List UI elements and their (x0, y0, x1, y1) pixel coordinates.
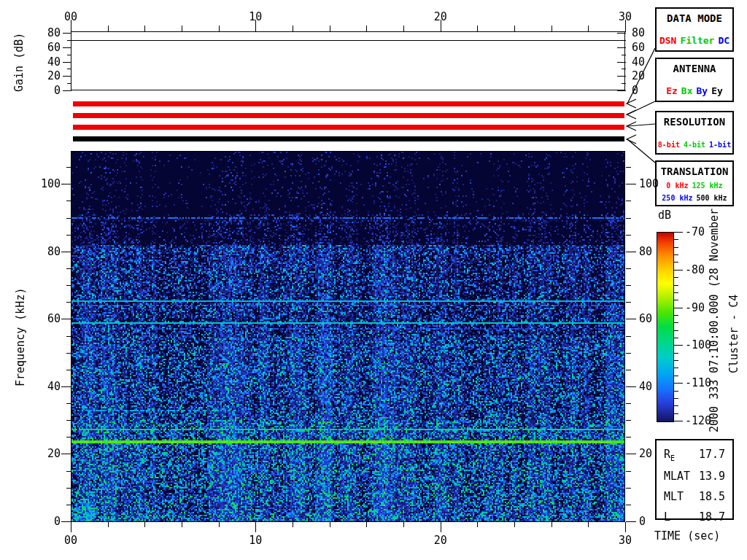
antenna-bar (73, 113, 624, 118)
option-125-khz: 125 kHz (692, 182, 722, 190)
colorbar-units-label: dB (653, 209, 676, 221)
top-time-tick-label: 00 (60, 11, 82, 23)
freq-tick-label-left: 80 (29, 246, 61, 257)
time-axis-label: TIME (sec) (654, 530, 720, 542)
frequency-axis-label: Frequency (kHz) (15, 288, 26, 386)
option-8-bit: 8-bit (658, 141, 680, 149)
gain-tick-label-left: 80 (33, 27, 61, 39)
option-bx: Bx (681, 85, 693, 96)
box-title: TRANSLATION (661, 166, 729, 177)
freq-tick-label-right: 0 (639, 516, 672, 527)
colorbar-tick-label: -90 (685, 302, 721, 314)
colorbar-tick-label: -100 (685, 339, 721, 351)
resolution-bar (73, 125, 624, 130)
freq-tick-label-left: 100 (29, 178, 61, 190)
option-dc: DC (718, 35, 729, 46)
ephemeris-row-mlt: MLT18.5 (664, 490, 725, 503)
box-title: RESOLUTION (664, 116, 725, 128)
translation-bar (73, 136, 624, 141)
option-500-khz: 500 kHz (697, 194, 727, 202)
colorbar-tick-label: -120 (685, 415, 721, 427)
freq-tick-label-right: 60 (639, 313, 672, 324)
option-4-bit: 4-bit (684, 141, 705, 149)
freq-tick-label-left: 20 (29, 448, 61, 459)
option-filter: Filter (680, 35, 714, 46)
freq-tick-label-right: 80 (639, 246, 672, 257)
ephemeris-row-mlat: MLAT13.9 (664, 470, 725, 483)
top-time-tick-label: 10 (244, 11, 266, 23)
option-dsn: DSN (659, 35, 676, 46)
antenna-box: ANTENNAEzBxByEy (655, 58, 734, 102)
option-ey: Ey (711, 85, 723, 96)
ephemeris-row-l: L18.7 (664, 510, 725, 524)
colorbar-tick-label: -70 (685, 226, 721, 238)
freq-tick-label-right: 40 (639, 381, 672, 392)
option-ez: Ez (666, 85, 678, 96)
freq-tick-label-right: 100 (639, 178, 672, 190)
gain-tick-label-right: 40 (632, 56, 661, 68)
wbd-spectrogram-page: Gain (dB) Frequency (kHz) dB TIME (sec) … (0, 0, 747, 560)
ephemeris-row-re: RE17.7 (664, 448, 725, 462)
option-1-bit: 1-bit (709, 141, 731, 149)
option-250-khz: 250 kHz (662, 194, 692, 202)
gain-tick-label-left: 60 (33, 42, 61, 53)
gain-tick-label-right: 0 (632, 85, 661, 96)
bottom-time-tick-label: 10 (244, 534, 266, 546)
bottom-time-tick-label: 00 (60, 534, 82, 546)
data-mode-box: DATA MODEDSNFilterDC (655, 7, 734, 52)
data-mode-bar (73, 101, 624, 106)
freq-tick-label-right: 20 (639, 448, 672, 459)
freq-tick-label-left: 0 (29, 516, 61, 527)
option-by: By (697, 85, 708, 96)
gain-tick-label-right: 60 (632, 42, 661, 53)
gain-tick-label-left: 20 (33, 70, 61, 82)
axis-lines (61, 20, 684, 532)
gain-tick-label-right: 80 (632, 27, 661, 39)
gain-tick-label-right: 20 (632, 70, 661, 82)
box-title: ANTENNA (673, 63, 716, 74)
top-time-tick-label: 30 (614, 11, 636, 23)
gain-tick-label-left: 40 (33, 56, 61, 68)
colorbar-tick-label: -110 (685, 377, 721, 389)
freq-tick-label-left: 60 (29, 313, 61, 324)
gain-axis-label: Gain (dB) (13, 33, 25, 92)
freq-tick-label-left: 40 (29, 381, 61, 392)
bottom-time-tick-label: 30 (614, 534, 636, 546)
colorbar-tick-label: -80 (685, 264, 721, 276)
gain-tick-label-left: 0 (33, 85, 61, 96)
box-title: DATA MODE (667, 12, 722, 24)
spacecraft-annotation: Cluster - C4 (728, 295, 740, 373)
top-time-tick-label: 20 (430, 11, 452, 23)
resolution-box: RESOLUTION8-bit4-bit1-bit (655, 111, 734, 155)
bottom-time-tick-label: 20 (430, 534, 452, 546)
